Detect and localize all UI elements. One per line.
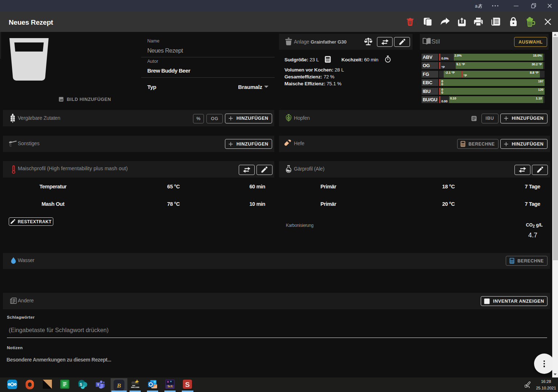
svg-text:T: T bbox=[97, 383, 99, 387]
svg-text:TeX: TeX bbox=[167, 384, 173, 388]
svg-text:B: B bbox=[116, 382, 121, 389]
svg-text:a: a bbox=[475, 3, 478, 9]
svg-text:S: S bbox=[79, 382, 82, 387]
svg-text:S: S bbox=[185, 381, 190, 388]
